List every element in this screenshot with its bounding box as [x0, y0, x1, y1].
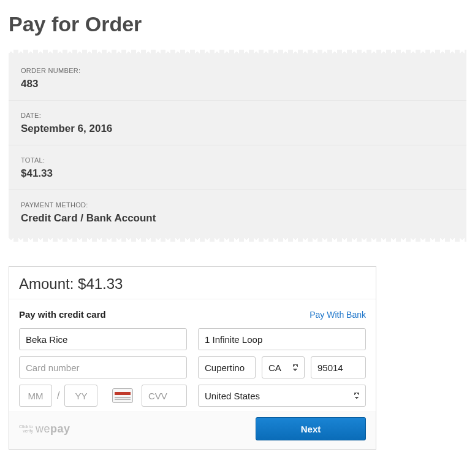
exp-separator: /: [57, 390, 59, 401]
total-label: TOTAL:: [21, 156, 454, 164]
order-number-label: ORDER NUMBER:: [21, 67, 454, 74]
order-number-value: 483: [21, 78, 454, 90]
amount-value: $41.33: [78, 275, 123, 292]
exp-month-input[interactable]: [19, 385, 52, 407]
state-select[interactable]: CA: [262, 356, 305, 378]
amount-bar: Amount: $41.33: [9, 267, 376, 299]
page-title: Pay for Order: [9, 12, 466, 36]
payment-panel: Amount: $41.33 Pay with credit card Pay …: [9, 266, 376, 450]
pay-with-bank-link[interactable]: Pay With Bank: [310, 310, 366, 320]
pay-cc-title: Pay with credit card: [19, 309, 106, 320]
exp-year-input[interactable]: [64, 385, 97, 407]
cvv-input[interactable]: [142, 385, 187, 407]
country-select[interactable]: United States: [198, 385, 366, 407]
payment-method-value: Credit Card / Bank Account: [21, 212, 454, 225]
receipt-row-date: DATE: September 6, 2016: [9, 101, 466, 145]
payment-method-label: PAYMENT METHOD:: [21, 201, 454, 209]
receipt-row-total: TOTAL: $41.33: [9, 145, 466, 190]
date-value: September 6, 2016: [21, 123, 454, 135]
credit-card-icon: [112, 388, 133, 403]
verify-line1: Click to: [19, 424, 33, 429]
receipt-row-payment-method: PAYMENT METHOD: Credit Card / Bank Accou…: [9, 190, 466, 242]
next-button[interactable]: Next: [256, 417, 366, 440]
receipt-row-order-number: ORDER NUMBER: 483: [9, 50, 466, 101]
wepay-verify-badge[interactable]: Click to verify wepay: [19, 423, 70, 434]
city-input[interactable]: [198, 356, 256, 378]
verify-line2: verify: [23, 429, 33, 433]
order-receipt: ORDER NUMBER: 483 DATE: September 6, 201…: [9, 50, 466, 242]
card-number-input[interactable]: [19, 356, 187, 378]
wepay-logo-icon: wepay: [36, 423, 70, 434]
amount-label: Amount:: [19, 275, 74, 292]
address-input[interactable]: [198, 328, 366, 350]
date-label: DATE:: [21, 112, 454, 119]
zip-input[interactable]: [311, 356, 366, 378]
cardholder-name-input[interactable]: [19, 328, 187, 350]
total-value: $41.33: [21, 167, 454, 180]
